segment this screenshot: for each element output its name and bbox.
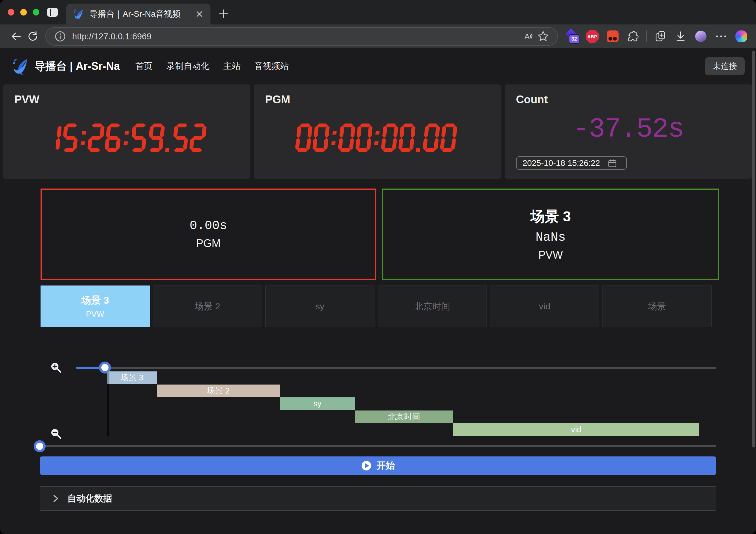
pgm-panel-title: PGM: [265, 93, 490, 106]
pvw-clock-display: [43, 122, 210, 153]
read-aloud-icon[interactable]: A: [522, 29, 536, 43]
pvw-preview-box[interactable]: 场景 3 NaNs PVW: [382, 188, 719, 280]
timeline-gantt: 场景 3场景 2sy北京时间vid: [40, 371, 716, 438]
scene-button-title: sy: [315, 301, 324, 311]
scroll-slider-handle[interactable]: [34, 440, 46, 452]
svg-text:A: A: [525, 32, 530, 41]
timeline-bar[interactable]: 北京时间: [355, 410, 453, 423]
page-content: 导播台 | Ar-Sr-Na 首页录制自动化主站音视频站 未连接 PVW PGM…: [0, 48, 756, 534]
timeline-section: 场景 3场景 2sy北京时间vid: [0, 358, 756, 460]
adblock-plus-icon[interactable]: ABP: [585, 30, 599, 43]
connection-status-badge[interactable]: 未连接: [705, 57, 745, 75]
timeline-bar-label: 场景 2: [207, 385, 230, 396]
scene-button[interactable]: vid: [490, 286, 599, 327]
back-button[interactable]: [8, 28, 24, 45]
scene-button[interactable]: 场景 3PVW: [40, 286, 149, 327]
scene-button-title: 北京时间: [414, 300, 450, 313]
scene-button-title: vid: [539, 301, 550, 311]
settings-more-icon[interactable]: [714, 30, 728, 43]
pgm-preview-time: 0.00s: [190, 219, 227, 233]
nav-links: 首页录制自动化主站音视频站: [135, 60, 289, 72]
close-tab-icon[interactable]: [196, 10, 203, 18]
site-logo: [11, 58, 30, 75]
site-info-icon[interactable]: [53, 29, 68, 43]
site-brand-title: 导播台 | Ar-Sr-Na: [35, 59, 120, 74]
browser-tab[interactable]: 导播台｜Ar-Sr-Na音视频: [66, 4, 210, 24]
extension-badge: 32: [569, 34, 580, 44]
timeline-bar-label: vid: [571, 425, 581, 435]
extensions-puzzle-icon[interactable]: [626, 30, 640, 43]
pgm-clock-panel: PGM: [254, 84, 501, 179]
downloads-icon[interactable]: [674, 30, 688, 43]
scene-button-title: 场景 3: [81, 294, 109, 307]
url-text[interactable]: http://127.0.0.1:6969: [72, 32, 522, 42]
pgm-preview-label: PGM: [196, 237, 221, 250]
nav-link-1[interactable]: 首页: [135, 60, 153, 72]
tab-title: 导播台｜Ar-Sr-Na音视频: [90, 8, 196, 20]
close-window-button[interactable]: [8, 9, 14, 15]
scene-button-subtitle: PVW: [86, 310, 104, 319]
pvw-clock-panel: PVW: [3, 84, 251, 179]
minimize-window-button[interactable]: [20, 9, 27, 15]
datetime-input[interactable]: 2025-10-18 15:26:22: [516, 156, 627, 170]
chevron-right-icon: [52, 494, 60, 503]
nav-link-2[interactable]: 录制自动化: [166, 60, 209, 72]
toolbar-separator: [646, 30, 647, 42]
favorites-star-icon[interactable]: [536, 29, 550, 43]
datetime-value: 2025-10-18 15:26:22: [523, 158, 600, 168]
calendar-icon[interactable]: [608, 159, 617, 168]
clock-panels-row: PVW PGM Count -37.52s 2025-10-18 15:26:2…: [3, 84, 752, 179]
scene-button-row: 场景 3PVW场景 2sy北京时间vid场景: [40, 286, 712, 327]
extension-icons-row: 32 ABP: [565, 30, 748, 43]
refresh-button[interactable]: [24, 28, 41, 45]
pgm-clock-display: [294, 122, 461, 153]
page-scrollbar[interactable]: [752, 51, 755, 447]
zoom-slider-track[interactable]: [76, 367, 716, 369]
profile-avatar[interactable]: [694, 30, 708, 43]
scene-button-title: 场景: [648, 300, 666, 313]
scene-button[interactable]: 场景: [603, 286, 712, 327]
timeline-bar-label: sy: [313, 399, 321, 408]
timeline-bar[interactable]: 场景 3: [107, 371, 157, 384]
nav-link-3[interactable]: 主站: [223, 60, 241, 72]
timeline-bar[interactable]: 场景 2: [157, 384, 280, 397]
play-icon: [361, 460, 372, 471]
count-panel-title: Count: [516, 93, 741, 106]
scroll-slider-track[interactable]: [40, 445, 716, 447]
copilot-icon[interactable]: [735, 30, 748, 43]
new-tab-button[interactable]: [216, 6, 231, 21]
countdown-value: -37.52s: [516, 114, 741, 145]
scene-button-title: 场景 2: [195, 300, 220, 313]
pvw-preview-time: NaNs: [536, 230, 566, 245]
address-bar[interactable]: http://127.0.0.1:6969 A: [45, 27, 558, 46]
count-panel: Count -37.52s 2025-10-18 15:26:22: [505, 84, 752, 179]
pvw-panel-title: PVW: [14, 93, 239, 106]
zoom-window-button[interactable]: [33, 9, 40, 15]
automation-data-title: 自动化数据: [68, 492, 112, 505]
browser-window: 导播台｜Ar-Sr-Na音视频 http://127.0.0.1:6969: [0, 0, 756, 534]
purple-extension-icon[interactable]: 32: [565, 30, 579, 43]
collections-icon[interactable]: [654, 30, 667, 43]
red-extension-icon[interactable]: [606, 30, 619, 43]
pvw-preview-label: PVW: [538, 249, 563, 261]
start-button-label: 开始: [376, 460, 395, 472]
scene-button[interactable]: sy: [265, 286, 374, 327]
timeline-bar-label: 北京时间: [388, 411, 420, 422]
start-button[interactable]: 开始: [40, 457, 716, 475]
zoom-out-icon[interactable]: [50, 428, 62, 440]
browser-toolbar: http://127.0.0.1:6969 A 32 ABP: [0, 24, 756, 48]
timeline-bar[interactable]: vid: [453, 423, 699, 436]
site-navbar: 导播台 | Ar-Sr-Na 首页录制自动化主站音视频站 未连接: [0, 48, 756, 84]
pgm-preview-box[interactable]: 0.00s PGM: [40, 188, 376, 280]
pvw-preview-title: 场景 3: [530, 207, 571, 226]
site-favicon: [73, 9, 84, 19]
timeline-bar-label: 场景 3: [121, 372, 144, 383]
browser-titlebar: 导播台｜Ar-Sr-Na音视频: [0, 0, 756, 24]
nav-link-4[interactable]: 音视频站: [254, 60, 289, 72]
scene-button[interactable]: 场景 2: [153, 286, 262, 327]
timeline-bar-progress: [107, 371, 109, 384]
automation-data-accordion[interactable]: 自动化数据: [40, 486, 716, 511]
scene-button[interactable]: 北京时间: [378, 286, 487, 327]
timeline-bar[interactable]: sy: [280, 397, 355, 410]
tab-overview-icon[interactable]: [47, 8, 58, 17]
